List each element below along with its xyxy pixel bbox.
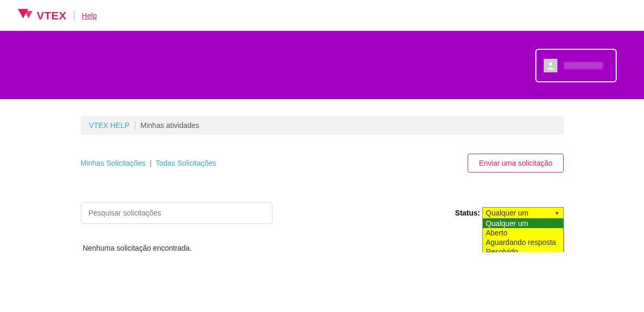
brand-logo[interactable]: VTEX	[18, 9, 67, 23]
status-options: Qualquer um Aberto Aguardando resposta R…	[482, 219, 564, 252]
banner	[0, 31, 644, 99]
breadcrumb-current: Minhas atividades	[141, 121, 199, 130]
breadcrumb-separator	[135, 121, 135, 130]
status-option[interactable]: Aberto	[483, 228, 563, 238]
send-request-button[interactable]: Enviar uma solicitação	[468, 154, 563, 173]
user-box[interactable]	[535, 49, 617, 82]
subnav-links: Minhas Solicitações | Todas Solicitações	[81, 159, 217, 167]
subnav-separator: |	[150, 159, 152, 167]
help-link[interactable]: Help	[82, 12, 97, 20]
chevron-down-icon: ▼	[555, 210, 560, 216]
status-select-display[interactable]: Qualquer um ▼	[482, 207, 564, 219]
user-icon	[546, 61, 555, 70]
status-selected-value: Qualquer um	[486, 209, 529, 217]
search-input[interactable]	[81, 202, 272, 224]
breadcrumb-root-link[interactable]: VTEX HELP	[89, 121, 130, 130]
status-option[interactable]: Qualquer um	[483, 219, 563, 228]
filter-row: Status: Qualquer um ▼ Qualquer um Aberto…	[81, 202, 564, 224]
content: VTEX HELP Minhas atividades Minhas Solic…	[81, 116, 564, 252]
status-option[interactable]: Resolvido	[483, 247, 563, 252]
vtex-logo-icon	[18, 9, 34, 23]
status-select[interactable]: Qualquer um ▼ Qualquer um Aberto Aguarda…	[482, 207, 564, 219]
brand-text: VTEX	[37, 9, 67, 22]
status-option[interactable]: Aguardando resposta	[483, 238, 563, 247]
breadcrumb: VTEX HELP Minhas atividades	[81, 116, 564, 135]
username-blurred	[564, 62, 603, 69]
status-label: Status:	[455, 207, 480, 217]
avatar	[544, 59, 557, 72]
svg-point-0	[549, 62, 552, 66]
subnav-row: Minhas Solicitações | Todas Solicitações…	[81, 154, 564, 173]
status-filter: Status: Qualquer um ▼ Qualquer um Aberto…	[455, 207, 563, 219]
topbar-divider	[74, 10, 75, 21]
my-requests-link[interactable]: Minhas Solicitações	[81, 159, 146, 167]
all-requests-link[interactable]: Todas Solicitações	[155, 159, 216, 167]
top-bar: VTEX Help	[0, 0, 644, 31]
